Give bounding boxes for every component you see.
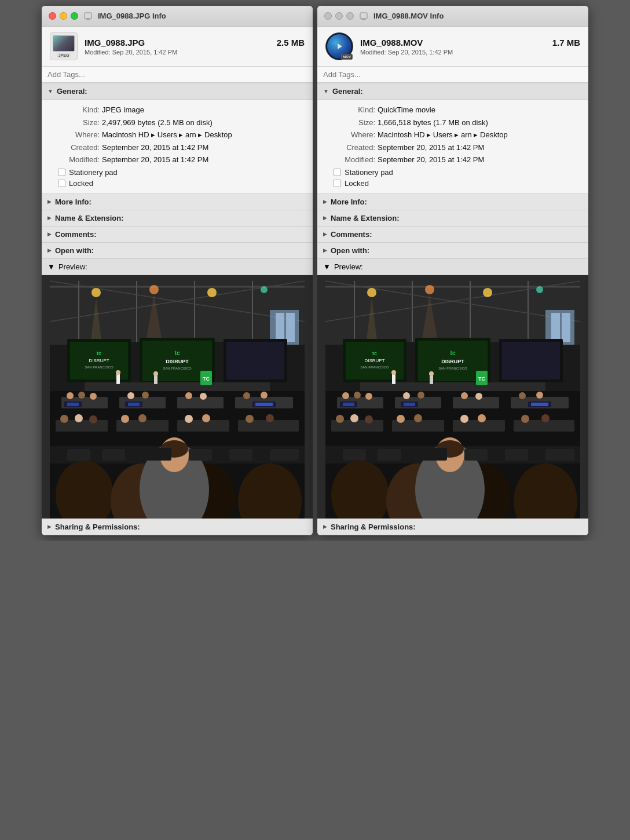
tags-section[interactable] — [42, 67, 313, 83]
traffic-lights-jpg-window — [49, 12, 78, 20]
svg-rect-0 — [85, 13, 91, 19]
locked-row[interactable]: Locked — [58, 179, 301, 188]
general-section-header[interactable]: ▼ General: — [317, 83, 588, 100]
svg-point-48 — [90, 393, 97, 400]
general-section-header[interactable]: ▼ General: — [42, 83, 313, 100]
size-value: 2,497,969 bytes (2.5 MB on disk) — [102, 117, 301, 129]
sharing-section[interactable]: ▶ Sharing & Permissions: — [42, 519, 313, 535]
info-window-jpg-window: IMG_0988.JPG Info JPEG IMG_0988.JPG 2.5 … — [42, 6, 313, 535]
locked-label: Locked — [69, 179, 93, 188]
comments-section[interactable]: ▶ Comments: — [317, 227, 588, 243]
file-name-size-row: IMG_0988.JPG 2.5 MB — [85, 38, 305, 48]
file-size: 2.5 MB — [277, 38, 305, 48]
svg-rect-93 — [325, 275, 580, 345]
file-name: IMG_0988.MOV — [360, 38, 423, 48]
svg-point-47 — [78, 392, 85, 399]
svg-rect-33 — [226, 342, 284, 379]
locked-row[interactable]: Locked — [334, 179, 577, 188]
name-ext-section[interactable]: ▶ Name & Extension: — [317, 210, 588, 227]
svg-point-104 — [536, 286, 543, 293]
created-value: September 20, 2015 at 1:42 PM — [102, 142, 301, 154]
svg-point-15 — [261, 286, 268, 293]
svg-text:TC: TC — [478, 376, 485, 382]
svg-marker-91 — [338, 43, 342, 49]
general-section-content: Kind: QuickTime movie Size: 1,666,518 by… — [317, 100, 588, 194]
title-bar-jpg-window: IMG_0988.JPG Info — [42, 6, 313, 27]
svg-rect-88 — [360, 13, 367, 19]
name-ext-arrow-icon: ▶ — [47, 215, 52, 221]
svg-point-53 — [243, 392, 250, 399]
locked-checkbox[interactable] — [334, 180, 341, 187]
preview-section: ▼ Preview: — [42, 259, 313, 519]
minimize-button[interactable] — [335, 12, 343, 20]
preview-section-header[interactable]: ▼ Preview: — [317, 259, 588, 275]
svg-rect-173 — [418, 448, 447, 461]
comments-section[interactable]: ▶ Comments: — [42, 227, 313, 243]
more-info-section[interactable]: ▶ More Info: — [317, 194, 588, 210]
created-label: Created: — [53, 142, 100, 154]
svg-point-71 — [202, 414, 210, 422]
svg-rect-149 — [531, 403, 548, 406]
general-arrow-icon: ▼ — [323, 88, 329, 94]
title-bar-mov-window: IMG_0988.MOV Info — [317, 6, 588, 27]
close-button[interactable] — [49, 12, 56, 20]
svg-text:tc: tc — [97, 350, 101, 356]
where-label: Where: — [53, 129, 100, 141]
kind-label: Kind: — [329, 104, 375, 116]
svg-rect-145 — [343, 403, 354, 406]
svg-text:SAN FRANCISCO: SAN FRANCISCO — [163, 367, 192, 370]
svg-point-72 — [246, 415, 254, 423]
maximize-button[interactable] — [346, 12, 354, 20]
file-name: IMG_0988.JPG — [85, 38, 145, 48]
open-with-section[interactable]: ▶ Open with: — [317, 243, 588, 259]
svg-rect-175 — [505, 449, 528, 461]
svg-rect-108 — [551, 313, 560, 342]
preview-label: Preview: — [58, 262, 87, 271]
stationery-row[interactable]: Stationery pad — [334, 168, 577, 177]
name-ext-section[interactable]: ▶ Name & Extension: — [42, 210, 313, 227]
open-with-section[interactable]: ▶ Open with: — [42, 243, 313, 259]
more-info-arrow-icon: ▶ — [323, 199, 327, 204]
minimize-button[interactable] — [60, 12, 67, 20]
svg-rect-152 — [453, 420, 505, 432]
preview-arrow-icon: ▼ — [323, 262, 331, 271]
tags-input[interactable] — [323, 70, 583, 79]
stationery-checkbox[interactable] — [58, 169, 65, 176]
stationery-row[interactable]: Stationery pad — [58, 168, 301, 177]
more-info-section[interactable]: ▶ More Info: — [42, 194, 313, 210]
sharing-arrow-icon: ▶ — [47, 524, 52, 529]
where-label: Where: — [329, 129, 375, 141]
maximize-button[interactable] — [71, 12, 78, 20]
where-row: Where: Macintosh HD ▸ Users ▸ arn ▸ Desk… — [53, 129, 301, 141]
tags-section[interactable] — [317, 67, 588, 83]
modified-row: Modified: September 20, 2015 at 1:42 PM — [53, 154, 301, 166]
close-button[interactable] — [324, 12, 332, 20]
svg-rect-171 — [343, 449, 366, 461]
svg-point-159 — [460, 415, 468, 423]
svg-point-73 — [266, 414, 274, 422]
general-arrow-icon: ▼ — [47, 88, 53, 94]
svg-point-162 — [541, 414, 550, 422]
svg-point-139 — [417, 392, 424, 399]
svg-text:tc: tc — [175, 350, 180, 356]
svg-text:SAN FRANCISCO: SAN FRANCISCO — [438, 367, 467, 370]
svg-point-46 — [67, 392, 74, 399]
svg-point-158 — [414, 414, 422, 422]
created-value: September 20, 2015 at 1:42 PM — [378, 142, 577, 154]
stationery-checkbox[interactable] — [334, 169, 341, 176]
locked-checkbox[interactable] — [58, 180, 65, 187]
sharing-section[interactable]: ▶ Sharing & Permissions: — [317, 519, 588, 535]
file-size: 1.7 MB — [552, 38, 580, 48]
more-info-label: More Info: — [55, 198, 91, 206]
tags-input[interactable] — [47, 70, 307, 79]
name-ext-label: Name & Extension: — [55, 214, 123, 222]
kind-label: Kind: — [53, 104, 100, 116]
svg-point-65 — [60, 415, 68, 423]
preview-section-header[interactable]: ▼ Preview: — [42, 259, 313, 275]
svg-rect-60 — [255, 403, 273, 406]
more-info-arrow-icon: ▶ — [47, 199, 52, 204]
svg-point-50 — [142, 392, 149, 399]
svg-point-138 — [403, 392, 410, 399]
svg-rect-82 — [67, 449, 90, 461]
more-info-label: More Info: — [331, 198, 367, 206]
